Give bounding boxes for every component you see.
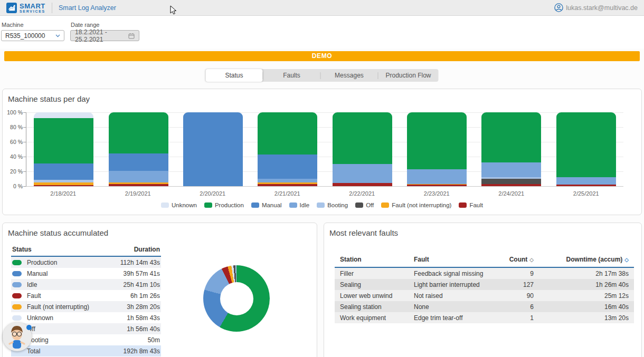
bar-segment-manual[interactable]	[258, 155, 317, 179]
donut-hole	[220, 282, 253, 315]
downtime-cell: 1h 26m 40s	[534, 281, 629, 288]
bar-segment-manual[interactable]	[109, 153, 168, 170]
table-row-fault[interactable]: Fault6h 1m 26s	[11, 290, 161, 301]
table-row-sealing[interactable]: SealingLight barrier interrupted1271h 26…	[335, 279, 634, 290]
status-bar-2-19-2021[interactable]	[109, 112, 168, 186]
bar-segment-production[interactable]	[407, 112, 467, 169]
bar-segment-fault[interactable]	[407, 185, 467, 186]
table-row-filler[interactable]: FillerFeedback signal missing92h 17m 38s	[335, 268, 634, 279]
chart-legend: UnknownProductionManualIdleBootingOffFau…	[3, 202, 641, 208]
status-label: Idle	[27, 281, 37, 288]
legend-item-off[interactable]: Off	[355, 202, 374, 208]
table-row-sealing-station[interactable]: Sealing stationNone616m 40s	[335, 301, 634, 312]
duration-value: 50m	[148, 336, 160, 344]
status-bar-2-18-2021[interactable]	[34, 112, 93, 186]
table-row-fault-not-interrupting[interactable]: Fault (not interrupting)3h 28m 20s	[11, 301, 161, 312]
bar-segment-production[interactable]	[109, 112, 168, 153]
legend-item-booting[interactable]: Booting	[317, 202, 348, 208]
legend-item-fault[interactable]: Fault	[459, 202, 483, 208]
legend-chip	[355, 202, 363, 208]
table-row-booting[interactable]: Booting50m	[11, 334, 161, 345]
tab-messages[interactable]: Messages	[320, 69, 377, 82]
bar-slot	[549, 112, 623, 186]
status-bar-2-25-2021[interactable]	[556, 112, 616, 186]
station-cell: Filler	[340, 270, 414, 277]
status-chip	[12, 260, 22, 265]
tab-status[interactable]: Status	[205, 69, 262, 82]
user-email: lukas.stark@multivac.de	[566, 4, 638, 12]
y-axis-tick-label: 80 %	[3, 124, 23, 130]
status-chip	[12, 282, 22, 287]
legend-item-fault-not-interrupting[interactable]: Fault (not interrupting)	[381, 202, 451, 208]
status-bar-2-21-2021[interactable]	[258, 112, 317, 186]
y-axis-tick	[23, 142, 26, 142]
fault-cell: Light barrier interrupted	[414, 281, 486, 288]
table-row-manual[interactable]: Manual39h 57m 41s	[11, 268, 161, 279]
bar-segment-idle[interactable]	[481, 162, 541, 177]
sort-icon-count[interactable]: ◇	[529, 257, 534, 263]
bar-segment-production[interactable]	[333, 112, 392, 164]
bar-segment-manual[interactable]	[34, 163, 93, 180]
column-header-fault[interactable]: Fault	[414, 256, 486, 263]
legend-item-unknown[interactable]: Unknown	[161, 202, 197, 208]
faults-table: Station Fault Count◇ Downtime (accum)◇ F…	[335, 254, 634, 323]
legend-chip	[381, 202, 389, 208]
bar-segment-fault[interactable]	[333, 183, 392, 186]
status-bar-2-20-2021[interactable]	[183, 112, 243, 186]
bar-segment-fault[interactable]	[109, 184, 168, 186]
user-menu[interactable]: lukas.stark@multivac.de	[554, 3, 638, 12]
column-header-downtime[interactable]: Downtime (accum)◇	[534, 256, 629, 263]
bar-segment-unknown[interactable]	[34, 112, 93, 118]
donut-chart[interactable]	[203, 265, 270, 332]
column-header-count[interactable]: Count◇	[486, 256, 534, 263]
bar-segment-off[interactable]	[481, 179, 541, 184]
bar-segment-fault[interactable]	[34, 185, 93, 186]
assistant-avatar-widget[interactable]	[3, 322, 32, 351]
status-chip	[12, 271, 22, 276]
table-row-unknown[interactable]: Unknown1h 58m 43s	[11, 312, 161, 323]
legend-item-production[interactable]: Production	[204, 202, 244, 208]
table-row-total[interactable]: Total192h 8m 43s	[11, 345, 161, 356]
sort-icon-downtime[interactable]: ◇	[624, 257, 629, 263]
legend-item-idle[interactable]: Idle	[289, 202, 310, 208]
bar-segment-idle[interactable]	[109, 171, 168, 182]
bar-segment-production[interactable]	[258, 112, 317, 155]
bar-segment-fault[interactable]	[556, 185, 616, 186]
status-label: Production	[27, 259, 57, 266]
status-bar-2-24-2021[interactable]	[481, 112, 541, 186]
bar-segment-production[interactable]	[556, 112, 616, 177]
x-axis-label: 2/19/2021	[101, 190, 176, 197]
bar-segment-fault[interactable]	[481, 184, 541, 186]
table-row-lower-web-unwind[interactable]: Lower web unwindNot raised9025m 12s	[335, 290, 634, 301]
table-row-work-equipment[interactable]: Work equipmentEdge trim tear-off113m 20s	[335, 312, 634, 323]
legend-item-manual[interactable]: Manual	[251, 202, 282, 208]
bar-segment-production[interactable]	[481, 112, 541, 162]
calendar-icon[interactable]	[128, 33, 135, 39]
table-row-production[interactable]: Production112h 14m 43s	[11, 257, 161, 268]
machine-status-accumulated-panel: Machine status accumulated Status Durati…	[2, 223, 317, 357]
status-bar-2-23-2021[interactable]	[407, 112, 467, 186]
x-axis-label: 2/22/2021	[325, 190, 400, 197]
machine-select[interactable]: R535_100000	[1, 30, 64, 41]
tab-production-flow[interactable]: Production Flow	[378, 69, 438, 82]
duration-value: 1h 58m 43s	[127, 314, 160, 322]
date-range-input[interactable]: 18.2.2021 - 25.2.2021	[70, 30, 139, 41]
faults-table-body: FillerFeedback signal missing92h 17m 38s…	[335, 268, 634, 323]
bar-segment-idle[interactable]	[258, 179, 317, 182]
legend-label: Production	[215, 202, 244, 208]
bar-segment-production[interactable]	[34, 118, 93, 163]
status-label: Fault	[27, 292, 41, 300]
bar-segment-fault[interactable]	[258, 184, 317, 186]
y-axis-tick-label: 0 %	[3, 183, 23, 189]
table-row-off[interactable]: Off1h 56m 40s	[11, 323, 161, 334]
station-cell: Work equipment	[340, 314, 414, 322]
bar-segment-idle[interactable]	[556, 177, 616, 185]
bar-segment-idle[interactable]	[333, 164, 392, 183]
status-bar-2-22-2021[interactable]	[333, 112, 392, 186]
column-header-station[interactable]: Station	[340, 256, 414, 263]
table-row-idle[interactable]: Idle25h 41m 10s	[11, 279, 161, 290]
tab-faults[interactable]: Faults	[263, 69, 320, 82]
bar-segment-manual[interactable]	[183, 112, 243, 186]
bar-segment-idle[interactable]	[407, 169, 467, 184]
app-title: Smart Log Analyzer	[59, 4, 116, 12]
